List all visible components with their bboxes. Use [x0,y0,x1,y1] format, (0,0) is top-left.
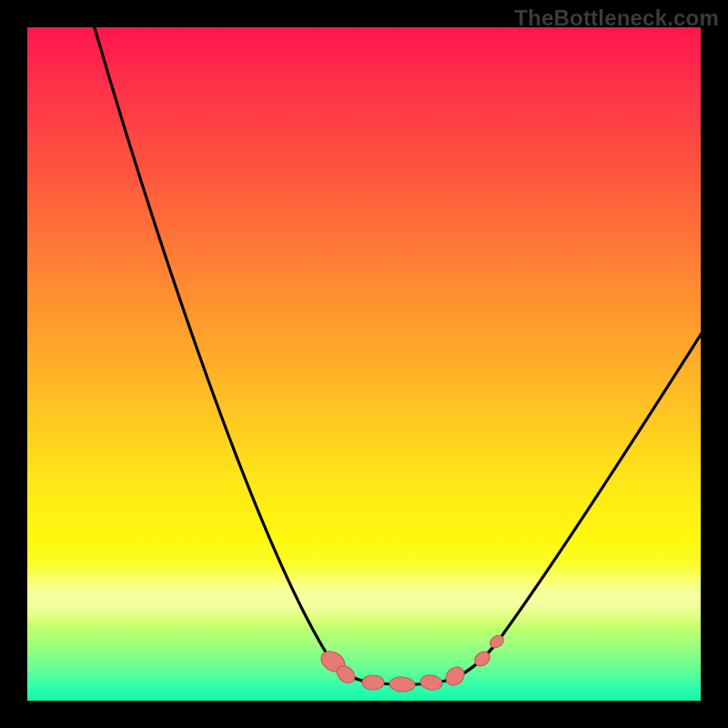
curve-svg [27,27,701,701]
bead [389,676,415,693]
bead [442,663,468,689]
bead [420,673,443,691]
curve-left-arm [89,27,362,681]
curve-right-arm [453,328,701,679]
bead [362,675,384,690]
watermark-text: TheBottleneck.com [514,5,719,31]
plot-area [27,27,701,701]
beads-group [318,632,506,693]
chart-frame: TheBottleneck.com [0,0,728,728]
curve-group [89,27,701,684]
